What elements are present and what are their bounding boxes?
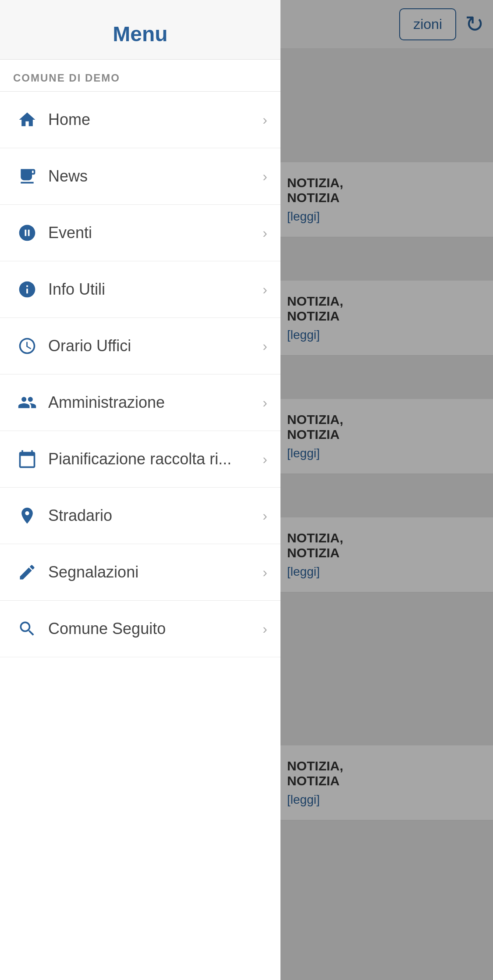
section-label: COMUNE DI DEMO xyxy=(0,60,280,92)
menu-header: Menu xyxy=(0,0,280,60)
chevron-right-icon: › xyxy=(262,564,267,581)
news-icon xyxy=(13,162,41,190)
chevron-right-icon: › xyxy=(262,621,267,637)
menu-title: Menu xyxy=(13,22,267,46)
menu-item-stradario-label: Stradario xyxy=(48,506,262,525)
chevron-right-icon: › xyxy=(262,168,267,185)
menu-item-news[interactable]: News › xyxy=(0,148,280,205)
menu-item-news-label: News xyxy=(48,167,262,185)
chevron-right-icon: › xyxy=(262,282,267,298)
chevron-right-icon: › xyxy=(262,451,267,467)
info-icon xyxy=(13,275,41,303)
menu-item-orario-uffici-label: Orario Uffici xyxy=(48,337,262,355)
menu-panel: Menu COMUNE DI DEMO Home › News › xyxy=(0,0,280,980)
home-icon xyxy=(13,106,41,134)
chevron-right-icon: › xyxy=(262,338,267,354)
menu-item-orario-uffici[interactable]: Orario Uffici › xyxy=(0,318,280,374)
stradario-icon xyxy=(13,502,41,530)
menu-item-segnalazioni-label: Segnalazioni xyxy=(48,563,262,581)
menu-item-comune-seguito[interactable]: Comune Seguito › xyxy=(0,601,280,657)
menu-item-stradario[interactable]: Stradario › xyxy=(0,488,280,544)
menu-item-home-label: Home xyxy=(48,110,262,129)
menu-item-amministrazione[interactable]: Amministrazione › xyxy=(0,374,280,431)
clock-icon xyxy=(13,332,41,360)
chevron-right-icon: › xyxy=(262,225,267,241)
chevron-right-icon: › xyxy=(262,508,267,524)
calendar-icon xyxy=(13,445,41,473)
menu-item-info-utili[interactable]: Info Utili › xyxy=(0,261,280,318)
overlay xyxy=(278,0,493,980)
menu-item-segnalazioni[interactable]: Segnalazioni › xyxy=(0,544,280,601)
search-icon xyxy=(13,615,41,643)
menu-item-info-utili-label: Info Utili xyxy=(48,280,262,299)
menu-item-comune-seguito-label: Comune Seguito xyxy=(48,620,262,638)
menu-item-eventi-label: Eventi xyxy=(48,224,262,242)
chevron-right-icon: › xyxy=(262,112,267,128)
menu-list: Home › News › Eventi › xyxy=(0,92,280,980)
chevron-right-icon: › xyxy=(262,395,267,411)
menu-item-pianificazione-label: Pianificazione raccolta ri... xyxy=(48,450,262,468)
eventi-icon xyxy=(13,219,41,247)
admin-icon xyxy=(13,388,41,417)
menu-item-eventi[interactable]: Eventi › xyxy=(0,205,280,261)
segnalazioni-icon xyxy=(13,558,41,586)
menu-item-amministrazione-label: Amministrazione xyxy=(48,393,262,412)
menu-item-pianificazione[interactable]: Pianificazione raccolta ri... › xyxy=(0,431,280,488)
menu-item-home[interactable]: Home › xyxy=(0,92,280,148)
